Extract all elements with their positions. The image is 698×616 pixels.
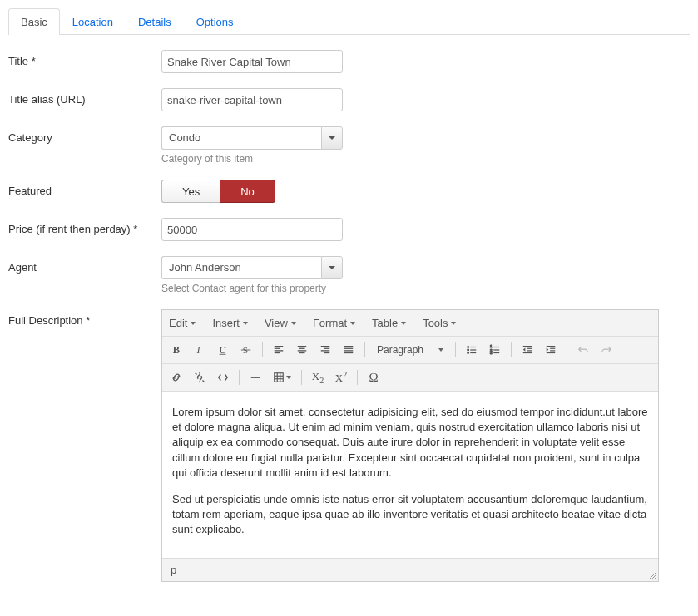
caret-down-icon [329,266,335,269]
tab-details[interactable]: Details [126,8,184,35]
agent-dropdown-button[interactable] [321,256,343,279]
caret-down-icon [451,322,456,325]
category-value: Condo [161,126,321,150]
caret-down-icon [286,376,291,379]
caret-down-icon [329,136,335,140]
menu-insert[interactable]: Insert [210,313,250,333]
subscript-button[interactable]: X2 [307,367,329,388]
content-paragraph: Lorem ipsum dolor sit amet, consectetur … [172,405,648,480]
link-button[interactable] [166,367,187,388]
svg-marker-38 [523,347,526,351]
category-dropdown-button[interactable] [321,126,343,150]
outdent-button[interactable] [517,339,538,361]
price-label: Price (if rent then perday) * [8,218,161,235]
alias-label: Title alias (URL) [8,88,161,106]
svg-text:3: 3 [490,351,493,355]
indent-button[interactable] [540,339,562,361]
editor-path[interactable]: p [171,564,176,576]
svg-rect-45 [275,373,284,382]
price-input[interactable] [161,218,343,241]
category-select[interactable]: Condo [161,126,343,150]
format-selector-value: Paragraph [377,344,423,356]
strikethrough-button[interactable]: S [235,339,257,361]
align-justify-button[interactable] [338,339,359,361]
featured-no-button[interactable]: No [220,180,275,203]
tab-options[interactable]: Options [184,8,246,35]
featured-label: Featured [8,180,161,197]
editor-menubar: Edit Insert View Format Table Tools [162,310,658,337]
special-char-button[interactable]: Ω [363,367,384,388]
menu-edit[interactable]: Edit [167,313,197,333]
tab-basic[interactable]: Basic [8,8,60,35]
svg-text:B: B [173,344,180,356]
bold-button[interactable]: B [166,339,187,361]
menu-table[interactable]: Table [370,313,408,333]
caret-down-icon [401,322,406,325]
caret-down-icon [350,322,355,325]
caret-down-icon [243,322,248,325]
align-right-button[interactable] [314,339,336,361]
caret-down-icon [438,348,443,352]
format-selector[interactable]: Paragraph [370,344,450,356]
svg-point-26 [468,352,469,354]
align-left-button[interactable] [268,339,290,361]
svg-text:I: I [196,344,201,356]
editor-toolbar-2: X2 X2 Ω [162,364,658,392]
bullet-list-button[interactable] [461,339,483,361]
svg-point-22 [468,347,469,348]
caret-down-icon [191,322,196,325]
featured-yes-button[interactable]: Yes [161,180,220,203]
title-label: Title * [8,50,161,67]
table-button[interactable] [268,367,296,388]
category-help: Category of this item [161,153,343,165]
title-input[interactable] [161,50,343,73]
align-center-button[interactable] [291,339,313,361]
editor-content[interactable]: Lorem ipsum dolor sit amet, consectetur … [162,392,658,558]
tab-bar: Basic Location Details Options [8,8,690,35]
superscript-button[interactable]: X2 [330,367,352,388]
svg-text:U: U [220,345,226,355]
agent-select[interactable]: John Anderson [161,256,343,279]
description-label: Full Description * [8,309,161,327]
svg-point-24 [468,349,469,351]
menu-tools[interactable]: Tools [421,313,458,333]
category-label: Category [8,126,161,144]
redo-button[interactable] [596,339,617,361]
underline-button[interactable]: U [212,339,234,361]
number-list-button[interactable]: 123 [484,339,506,361]
svg-marker-43 [547,347,549,351]
undo-button[interactable] [572,339,594,361]
italic-button[interactable]: I [189,339,210,361]
resize-handle-icon[interactable] [648,571,656,579]
agent-value: John Anderson [161,256,321,279]
unlink-button[interactable] [189,367,210,388]
rich-text-editor: Edit Insert View Format Table Tools B I … [161,309,659,582]
menu-view[interactable]: View [263,313,298,333]
editor-statusbar: p [162,558,658,581]
alias-input[interactable] [161,88,343,111]
code-button[interactable] [212,367,234,388]
menu-format[interactable]: Format [311,313,357,333]
agent-label: Agent [8,256,161,274]
caret-down-icon [291,322,296,325]
tab-location[interactable]: Location [60,8,126,35]
agent-help: Select Contact agent for this property [161,283,343,294]
hr-button[interactable] [245,367,266,388]
featured-toggle: Yes No [161,180,275,203]
editor-toolbar-1: B I U S Paragraph 123 [162,337,658,364]
content-paragraph: Sed ut perspiciatis unde omnis iste natu… [172,492,648,538]
